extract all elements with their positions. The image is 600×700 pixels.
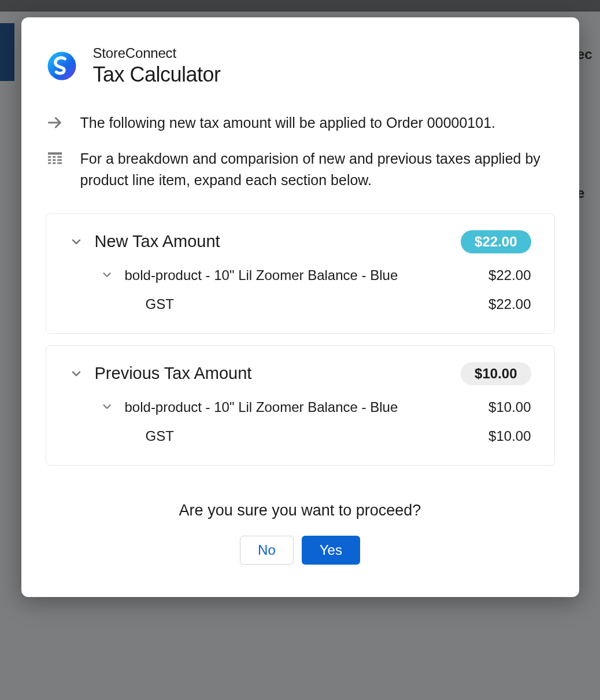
chevron-down-icon[interactable] [101, 400, 114, 414]
modal-header: StoreConnect Tax Calculator [46, 45, 555, 87]
chevron-down-icon[interactable] [101, 268, 114, 282]
svg-rect-4 [53, 156, 55, 158]
previous-tax-sub-name: GST [146, 428, 489, 444]
new-tax-total-badge: $22.00 [461, 230, 531, 253]
svg-rect-2 [48, 153, 62, 155]
previous-tax-line-item: bold-product - 10" Lil Zoomer Balance - … [69, 399, 531, 415]
brand-name: StoreConnect [93, 45, 221, 61]
info-row-apply: The following new tax amount will be app… [46, 112, 555, 133]
svg-rect-11 [57, 163, 62, 164]
new-tax-item-amount: $22.00 [488, 267, 531, 283]
new-tax-title: New Tax Amount [95, 232, 450, 251]
svg-rect-10 [53, 163, 55, 164]
confirm-question: Are you sure you want to proceed? [46, 502, 555, 520]
svg-rect-7 [53, 160, 55, 161]
new-tax-line-item: bold-product - 10" Lil Zoomer Balance - … [69, 267, 531, 283]
info-row-breakdown: For a breakdown and comparision of new a… [46, 148, 555, 190]
info-text-breakdown: For a breakdown and comparision of new a… [80, 148, 555, 190]
svg-rect-3 [48, 156, 51, 158]
previous-tax-item-amount: $10.00 [488, 399, 531, 415]
previous-tax-sub-item: GST $10.00 [69, 428, 531, 444]
previous-tax-item-name: bold-product - 10" Lil Zoomer Balance - … [125, 399, 479, 415]
yes-button[interactable]: Yes [302, 536, 360, 565]
info-text-apply: The following new tax amount will be app… [80, 112, 496, 133]
modal-overlay: StoreConnect Tax Calculator The followin… [0, 0, 600, 700]
no-button[interactable]: No [240, 536, 294, 565]
svg-rect-8 [57, 160, 62, 161]
new-tax-sub-name: GST [146, 296, 489, 312]
svg-rect-9 [48, 163, 51, 164]
chevron-down-icon[interactable] [69, 235, 83, 249]
table-icon [46, 149, 64, 168]
previous-tax-sub-amount: $10.00 [488, 428, 531, 444]
tax-calculator-modal: StoreConnect Tax Calculator The followin… [21, 17, 579, 597]
svg-rect-6 [48, 160, 51, 161]
new-tax-sub-amount: $22.00 [488, 296, 531, 312]
svg-point-0 [47, 52, 76, 80]
new-tax-item-name: bold-product - 10" Lil Zoomer Balance - … [125, 267, 479, 283]
new-tax-sub-item: GST $22.00 [69, 296, 531, 312]
previous-tax-title: Previous Tax Amount [95, 364, 450, 383]
button-row: No Yes [46, 536, 555, 565]
chevron-down-icon[interactable] [69, 367, 83, 381]
storeconnect-logo-icon [46, 50, 78, 82]
previous-tax-card: Previous Tax Amount $10.00 bold-product … [46, 345, 555, 466]
modal-title: Tax Calculator [93, 62, 221, 87]
previous-tax-total-badge: $10.00 [461, 362, 531, 385]
arrow-right-icon [46, 113, 64, 132]
new-tax-card: New Tax Amount $22.00 bold-product - 10"… [46, 213, 555, 334]
svg-rect-5 [57, 156, 62, 158]
